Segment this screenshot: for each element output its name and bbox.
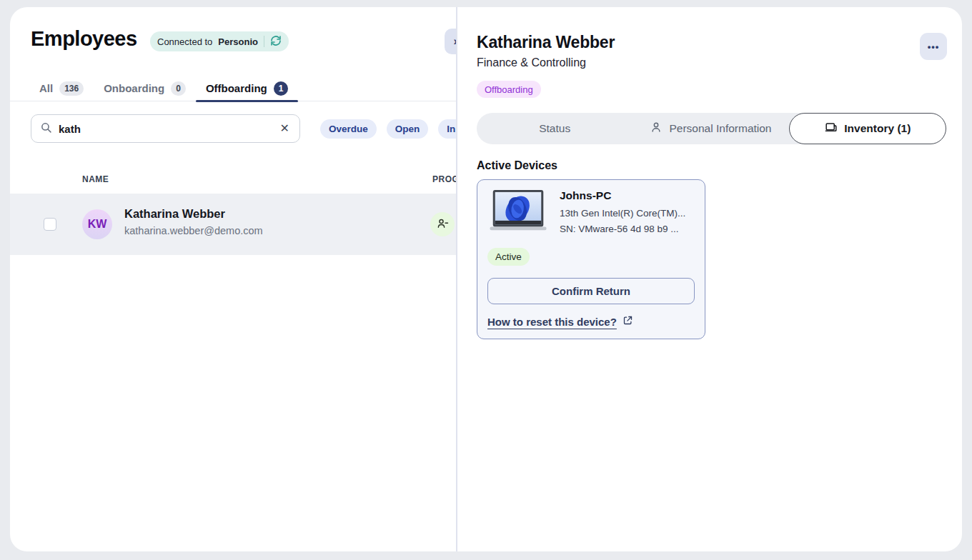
tab-status[interactable]: Status — [477, 113, 633, 144]
connection-prefix-label: Connected to — [157, 36, 212, 47]
external-link-icon — [623, 315, 633, 328]
employee-name: Katharina Webber — [124, 207, 225, 221]
ellipsis-icon: ••• — [928, 41, 940, 52]
employee-search: ✕ — [31, 114, 300, 143]
column-header-name: NAME — [82, 174, 109, 184]
detail-department: Finance & Controlling — [477, 56, 586, 69]
table-row[interactable]: KW Katharina Webber katharina.webber@dem… — [10, 194, 456, 255]
badge-divider — [264, 36, 264, 47]
tab-onboarding-count: 0 — [171, 81, 186, 96]
tab-offboarding-count: 1 — [274, 81, 289, 96]
search-input[interactable] — [59, 123, 272, 135]
tab-offboarding-label: Offboarding — [206, 82, 267, 94]
offboard-status-button[interactable] — [430, 212, 455, 236]
sync-refresh-button[interactable] — [270, 35, 282, 49]
tab-onboarding-label: Onboarding — [104, 82, 164, 94]
device-meta: Johns-PC 13th Gen Intel(R) Core(TM)... S… — [560, 189, 685, 237]
employee-detail-panel: Katharina Webber Finance & Controlling O… — [457, 7, 962, 551]
filter-chip-open[interactable]: Open — [387, 119, 429, 139]
device-cpu: 13th Gen Intel(R) Core(TM)... — [560, 206, 685, 221]
tab-onboarding[interactable]: Onboarding 0 — [94, 76, 196, 101]
personio-connection-badge: Connected to Personio — [150, 31, 289, 51]
detail-title: Katharina Webber — [477, 33, 615, 52]
employee-email: katharina.webber@demo.com — [124, 225, 263, 236]
chevrons-right-icon: » — [454, 36, 456, 47]
filter-chips: Overdue Open In Progress — [320, 119, 456, 139]
page-title: Employees — [31, 27, 137, 51]
confirm-return-button[interactable]: Confirm Return — [487, 278, 695, 304]
tab-all[interactable]: All 136 — [39, 76, 94, 101]
status-badge: Offboarding — [477, 81, 541, 98]
employees-panel: Employees Connected to Personio All 136 — [10, 7, 456, 551]
column-header-progress: PROGRESS — [432, 174, 456, 184]
tab-all-label: All — [39, 82, 53, 94]
detail-segmented-control: Status Personal Information Inventory (1… — [477, 113, 946, 144]
active-devices-heading: Active Devices — [477, 159, 557, 172]
reset-device-link[interactable]: How to reset this device? — [487, 315, 633, 328]
device-header: Johns-PC 13th Gen Intel(R) Core(TM)... S… — [487, 189, 695, 237]
device-thumbnail — [487, 189, 549, 234]
device-card: Johns-PC 13th Gen Intel(R) Core(TM)... S… — [477, 179, 705, 339]
avatar: KW — [82, 209, 112, 239]
search-icon — [40, 121, 52, 136]
laptop-icon — [824, 121, 838, 137]
person-icon — [650, 121, 663, 136]
tab-all-count: 136 — [59, 81, 84, 96]
more-options-button[interactable]: ••• — [920, 33, 947, 60]
tab-offboarding[interactable]: Offboarding 1 — [196, 76, 299, 101]
filter-chip-overdue[interactable]: Overdue — [320, 119, 377, 139]
user-minus-icon — [436, 217, 449, 232]
tab-inventory[interactable]: Inventory (1) — [789, 113, 946, 144]
device-name: Johns-PC — [560, 189, 685, 202]
collapse-panel-button[interactable]: » — [445, 29, 456, 54]
device-serial: SN: VMware-56 4d 98 b9 ... — [560, 221, 685, 237]
row-checkbox[interactable] — [44, 218, 56, 231]
filter-chip-in-progress[interactable]: In Progress — [438, 119, 456, 139]
app-window: Employees Connected to Personio All 136 — [10, 7, 962, 551]
tab-personal-information[interactable]: Personal Information — [633, 113, 788, 144]
reset-device-link-label: How to reset this device? — [487, 316, 617, 328]
device-status-badge: Active — [487, 248, 530, 266]
employee-tabs: All 136 Onboarding 0 Offboarding 1 — [10, 76, 456, 101]
connection-provider-label: Personio — [218, 36, 258, 47]
tab-status-label: Status — [539, 122, 570, 135]
tab-personal-information-label: Personal Information — [669, 122, 771, 135]
tab-inventory-label: Inventory (1) — [844, 122, 911, 135]
refresh-icon — [270, 35, 282, 49]
clear-search-button[interactable]: ✕ — [279, 121, 291, 136]
